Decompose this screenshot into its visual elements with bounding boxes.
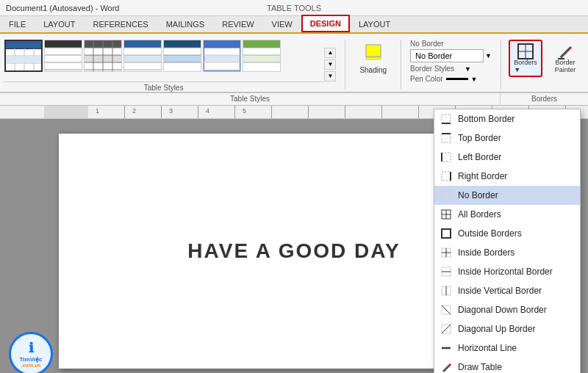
- tab-file[interactable]: FILE: [0, 16, 35, 32]
- border-select[interactable]: No Border: [410, 49, 484, 62]
- dropdown-all-borders[interactable]: All Borders: [434, 205, 580, 224]
- pen-color-arrow[interactable]: ▼: [471, 76, 478, 83]
- divider-1: [345, 40, 345, 89]
- table-styles-section-label: Table Styles: [0, 93, 500, 105]
- logo-subtext: .com.vn: [21, 363, 40, 368]
- dropdown-inside-vertical[interactable]: Inside Vertical Border: [434, 281, 580, 300]
- draw-table-icon: [440, 361, 452, 373]
- table-style-3[interactable]: [84, 40, 122, 72]
- no-border-icon: [440, 189, 452, 201]
- top-border-icon: [440, 132, 452, 144]
- svg-rect-53: [442, 134, 451, 142]
- borders-section-label: Borders: [500, 93, 588, 105]
- border-select-label: No Border: [410, 40, 492, 48]
- table-style-2[interactable]: [44, 40, 82, 72]
- document-text: HAVE A GOOD DAY: [187, 239, 400, 263]
- tab-references[interactable]: REFERENCES: [84, 16, 157, 32]
- inside-vertical-label: Inside Vertical Border: [458, 286, 542, 296]
- ribbon-content: Table Styles ▲ ▼ ▼ Shading: [0, 34, 588, 93]
- borders-label: Borders▼: [514, 59, 537, 74]
- table-style-5[interactable]: [163, 40, 201, 72]
- tab-design[interactable]: DESIGN: [301, 15, 350, 32]
- borders-button[interactable]: Borders▼: [509, 40, 542, 77]
- shading-button[interactable]: Shading: [354, 40, 392, 78]
- svg-rect-57: [442, 172, 451, 181]
- scroll-up[interactable]: ▲: [324, 48, 336, 58]
- logo-badge: ℹ TìmViệc .com.vn: [9, 332, 53, 373]
- shading-group: Shading: [350, 37, 396, 92]
- right-border-label: Right Border: [458, 171, 507, 181]
- dropdown-inside-horizontal[interactable]: Inside Horizontal Border: [434, 262, 580, 281]
- inside-borders-icon: [440, 247, 452, 258]
- outside-borders-label: Outside Borders: [458, 228, 522, 239]
- diagonal-up-icon: [440, 323, 452, 335]
- dropdown-horizontal-line[interactable]: Horizontal Line: [434, 338, 580, 358]
- svg-rect-55: [442, 153, 451, 162]
- table-styles-label: Table Styles: [3, 82, 324, 92]
- divider-2: [401, 40, 401, 89]
- bottom-border-icon: [440, 113, 452, 125]
- border-styles-arrow[interactable]: ▼: [465, 65, 471, 73]
- tab-view[interactable]: VIEW: [263, 16, 301, 32]
- borders-section: Borders▼: [506, 37, 545, 92]
- svg-rect-40: [243, 40, 280, 48]
- section-labels-bar: Table Styles Borders: [0, 93, 588, 106]
- dropdown-draw-table[interactable]: Draw Table: [434, 358, 580, 373]
- inside-horizontal-label: Inside Horizontal Border: [458, 267, 553, 277]
- svg-line-74: [442, 325, 451, 333]
- dropdown-no-border[interactable]: No Border: [434, 186, 580, 205]
- diagonal-down-icon: [440, 304, 452, 316]
- border-painter-icon: [557, 43, 573, 59]
- horizontal-line-icon: [440, 342, 452, 354]
- style-scroll[interactable]: ▲ ▼ ▼: [324, 37, 336, 92]
- tab-review[interactable]: REVIEW: [213, 16, 262, 32]
- dropdown-diagonal-down[interactable]: Diagonal Down Border: [434, 300, 580, 319]
- svg-rect-59: [442, 191, 451, 200]
- draw-table-label: Draw Table: [458, 362, 502, 372]
- title-text: Document1 (Autosaved) - Word: [6, 4, 119, 12]
- dropdown-outside-borders[interactable]: Outside Borders: [434, 224, 580, 243]
- svg-rect-7: [6, 56, 43, 63]
- table-style-7[interactable]: [243, 40, 281, 72]
- dropdown-diagonal-up[interactable]: Diagonal Up Border: [434, 319, 580, 338]
- scroll-more[interactable]: ▼: [324, 71, 336, 82]
- dropdown-right-border[interactable]: Right Border: [434, 167, 580, 186]
- svg-rect-45: [366, 45, 381, 57]
- svg-rect-23: [124, 55, 161, 62]
- logo-text: TìmViệc: [19, 356, 42, 363]
- ribbon-tabs: FILE LAYOUT REFERENCES MAILINGS REVIEW V…: [0, 16, 588, 34]
- tab-layout-top[interactable]: LAYOUT: [35, 16, 84, 32]
- diagonal-up-label: Diagonal Up Border: [458, 324, 535, 334]
- left-border-label: Left Border: [458, 152, 501, 162]
- tab-mailings[interactable]: MAILINGS: [157, 16, 214, 32]
- border-styles-label: Border Styles: [410, 65, 462, 73]
- border-painter-section: BorderPainter: [545, 37, 585, 92]
- dropdown-inside-borders[interactable]: Inside Borders: [434, 243, 580, 262]
- svg-rect-51: [442, 115, 451, 123]
- right-border-icon: [440, 170, 452, 182]
- table-style-4[interactable]: [123, 40, 162, 72]
- svg-rect-29: [164, 55, 201, 62]
- svg-rect-28: [164, 40, 201, 48]
- scroll-down[interactable]: ▼: [324, 59, 336, 70]
- table-style-1[interactable]: [4, 40, 43, 72]
- outside-borders-icon: [440, 228, 452, 239]
- svg-line-72: [442, 305, 451, 314]
- table-tools-label: TABLE TOOLS: [267, 4, 321, 12]
- table-style-6[interactable]: [203, 40, 241, 72]
- divider-3: [501, 40, 501, 89]
- title-bar: Document1 (Autosaved) - Word TABLE TOOLS: [0, 0, 588, 16]
- all-borders-icon: [440, 209, 452, 220]
- borders-icon: [517, 43, 534, 59]
- svg-rect-46: [366, 57, 381, 59]
- horizontal-line-label: Horizontal Line: [458, 343, 517, 353]
- bottom-border-label: Bottom Border: [458, 114, 514, 124]
- dropdown-left-border[interactable]: Left Border: [434, 148, 580, 167]
- border-painter-button[interactable]: BorderPainter: [548, 40, 582, 77]
- dropdown-top-border[interactable]: Top Border: [434, 128, 580, 148]
- inside-vertical-icon: [440, 285, 452, 297]
- dropdown-bottom-border[interactable]: Bottom Border: [434, 109, 580, 128]
- svg-rect-22: [124, 40, 161, 48]
- border-select-arrow[interactable]: ▼: [485, 52, 492, 59]
- tab-layout[interactable]: LAYOUT: [350, 16, 399, 32]
